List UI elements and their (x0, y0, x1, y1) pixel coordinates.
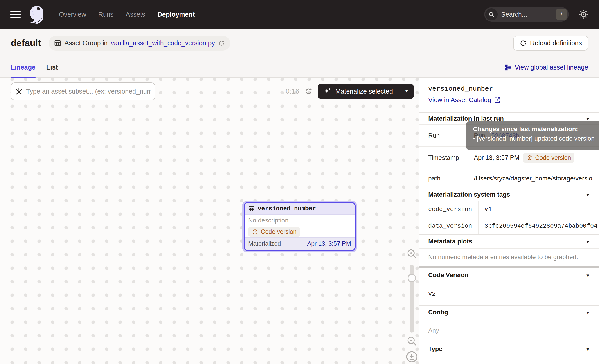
materialized-time-link[interactable]: Apr 13, 3:57 PM (307, 240, 351, 247)
refresh-timer: 0:16 (286, 87, 299, 95)
asset-group-file-link[interactable]: vanilla_asset_with_code_version.py (111, 39, 215, 47)
tab-lineage[interactable]: Lineage (11, 57, 35, 77)
asset-group-breadcrumb: Asset Group in vanilla_asset_with_code_v… (49, 36, 230, 51)
asset-node-body: No description Code version (245, 215, 355, 237)
search-shortcut-badge: / (556, 9, 567, 20)
zoom-out-button[interactable] (406, 335, 418, 348)
section-heading: Type (428, 345, 442, 353)
top-nav: Overview Runs Assets Deployment Search..… (0, 0, 599, 29)
chevron-down-icon (585, 271, 590, 279)
tab-list[interactable]: List (46, 57, 58, 77)
section-heading: Materialization in last run (428, 115, 504, 122)
download-graph-button[interactable] (406, 351, 418, 364)
asset-node-header: versioned_number (245, 203, 355, 215)
code-version-badge-label: Code version (261, 228, 297, 235)
asset-group-icon (54, 40, 61, 47)
asset-graph-canvas[interactable]: 0:16 Materialize selected (0, 78, 419, 364)
sparkle-icon (323, 87, 332, 95)
tooltip-item: [versioned_number] updated code version (473, 135, 599, 142)
tabs-row: Lineage List View global asset lineage (0, 57, 599, 78)
reload-icon (520, 40, 527, 47)
section-heading: Config (428, 309, 448, 316)
code-version-badge-label: Code version (535, 154, 571, 161)
metadata-plots-empty-message: No numeric metadata entries available to… (419, 248, 599, 266)
page-title: default (11, 38, 41, 48)
chevron-down-icon (585, 238, 590, 245)
nav-item-runs[interactable]: Runs (98, 11, 114, 18)
gear-icon[interactable] (578, 9, 589, 20)
search-icon (485, 8, 498, 20)
sidebar-asset-name: versioned_number (428, 85, 590, 93)
chevron-down-icon (585, 345, 590, 353)
asset-node-description: No description (248, 217, 351, 224)
nav-menu: Overview Runs Assets Deployment (59, 11, 195, 18)
code-version-badge: Code version (523, 153, 574, 163)
chevron-down-icon (585, 309, 590, 316)
dagster-logo-icon[interactable] (27, 5, 46, 24)
asset-node-versioned-number[interactable]: versioned_number No description (244, 202, 355, 251)
tooltip-title: Changes since last materialization: (473, 126, 599, 133)
search-input[interactable]: Search... / (484, 7, 569, 22)
table-icon (248, 205, 255, 212)
asset-detail-sidebar: versioned_number View in Asset Catalog M… (419, 78, 599, 364)
run-label: Run (419, 125, 468, 147)
timestamp-label: Timestamp (419, 147, 468, 168)
materialize-selected-button[interactable]: Materialize selected (318, 84, 414, 99)
asset-node-name: versioned_number (258, 205, 316, 212)
materialize-selected-label: Materialize selected (335, 88, 393, 95)
code-version-sync-icon (252, 229, 259, 235)
section-heading: Code Version (428, 271, 468, 279)
nav-item-deployment[interactable]: Deployment (158, 11, 195, 18)
panel-resize-handle[interactable] (419, 266, 599, 269)
menu-icon[interactable] (10, 11, 21, 18)
view-global-asset-lineage-label: View global asset lineage (515, 64, 588, 71)
tag-key: code_version (419, 201, 479, 217)
config-value: Any (419, 319, 599, 342)
path-label: path (419, 169, 468, 188)
tag-value: v1 (479, 201, 599, 217)
asset-group-prefix: Asset Group in (64, 39, 107, 47)
path-value-link[interactable]: /Users/sryza/dagster_home/storage/versio (474, 175, 592, 182)
code-version-sync-icon (527, 155, 533, 161)
timestamp-value: Apr 13, 3:57 PM (474, 154, 519, 161)
asset-node-footer: Materialized Apr 13, 3:57 PM (245, 237, 355, 250)
materialize-dropdown-button[interactable] (399, 84, 414, 99)
zoom-in-button[interactable] (406, 248, 418, 260)
chevron-down-icon (585, 191, 590, 198)
tag-key: data_version (419, 218, 479, 234)
code-version-value: v2 (419, 282, 599, 305)
chevron-down-icon (585, 115, 590, 122)
nav-item-overview[interactable]: Overview (59, 11, 86, 18)
section-materialization-system-tags[interactable]: Materialization system tags (419, 188, 599, 201)
view-in-asset-catalog-label: View in Asset Catalog (428, 96, 491, 104)
tag-value: 3bfc269594ef649228e9a74bab00f04 (479, 218, 599, 234)
section-metadata-plots[interactable]: Metadata plots (419, 234, 599, 248)
refresh-group-icon[interactable] (218, 40, 225, 47)
refresh-graph-icon[interactable] (305, 87, 312, 95)
changes-tooltip: Changes since last materialization: [ver… (466, 121, 599, 150)
search-placeholder: Search... (501, 11, 556, 18)
reload-definitions-label: Reload definitions (530, 39, 582, 47)
table-row: path /Users/sryza/dagster_home/storage/v… (419, 168, 599, 188)
section-type[interactable]: Type (419, 342, 599, 356)
nav-item-assets[interactable]: Assets (126, 11, 145, 18)
asset-graph-icon (15, 87, 23, 95)
section-config[interactable]: Config (419, 305, 599, 319)
section-heading: Materialization system tags (428, 191, 510, 198)
section-code-version[interactable]: Code Version (419, 269, 599, 282)
asset-subset-filter (11, 82, 155, 100)
external-link-icon (494, 97, 501, 104)
page-header: default Asset Group in vanilla_asset_wit… (0, 29, 599, 57)
zoom-slider-handle[interactable] (407, 274, 416, 282)
table-row: data_version 3bfc269594ef649228e9a74bab0… (419, 217, 599, 234)
chevron-down-icon (405, 89, 408, 94)
view-global-asset-lineage-link[interactable]: View global asset lineage (505, 57, 588, 77)
section-heading: Metadata plots (428, 238, 472, 245)
view-in-asset-catalog-link[interactable]: View in Asset Catalog (428, 96, 501, 104)
materialized-status-label: Materialized (248, 240, 281, 247)
table-row: code_version v1 (419, 201, 599, 217)
lineage-graph-icon (505, 64, 511, 71)
asset-subset-input[interactable] (26, 88, 151, 95)
reload-definitions-button[interactable]: Reload definitions (513, 36, 588, 51)
code-version-badge: Code version (248, 227, 300, 237)
